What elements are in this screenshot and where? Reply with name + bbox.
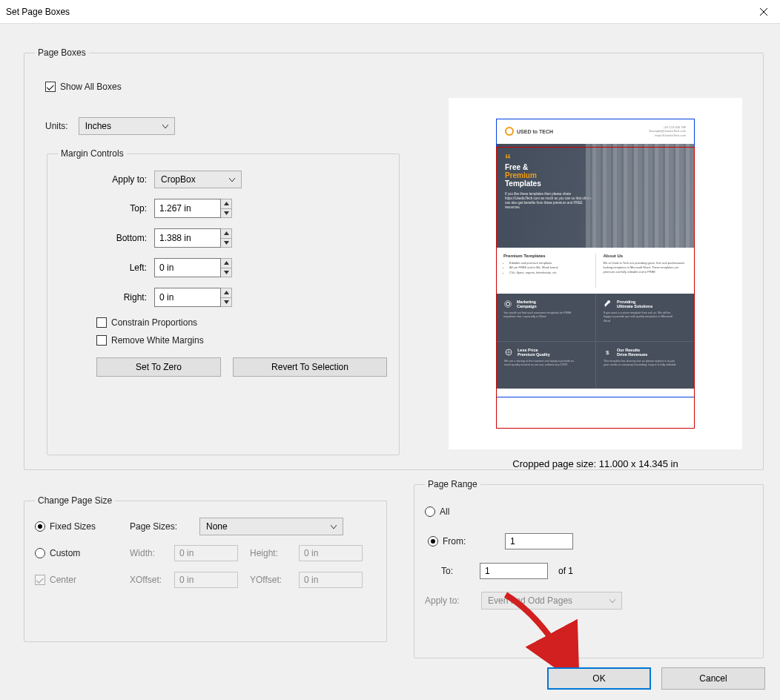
spin-up-icon[interactable] — [221, 259, 231, 268]
revert-to-selection-button[interactable]: Revert To Selection — [233, 357, 387, 377]
height-input — [299, 545, 363, 561]
yoffset-input — [299, 572, 363, 588]
custom-radio[interactable]: Custom — [35, 548, 130, 558]
chevron-down-icon — [607, 595, 618, 606]
window-title: Set Page Boxes — [6, 7, 70, 17]
xoffset-input — [174, 572, 238, 588]
left-label: Left: — [58, 262, 147, 273]
spin-buttons[interactable] — [221, 228, 232, 248]
height-label: Height: — [250, 548, 299, 558]
right-input[interactable] — [154, 288, 221, 307]
radio-icon — [428, 536, 438, 547]
applyto-combo[interactable]: CropBox — [154, 171, 242, 188]
applyto-label: Apply to: — [58, 174, 147, 185]
show-all-boxes-checkbox[interactable]: Show All Boxes — [45, 82, 122, 92]
constrain-proportions-checkbox[interactable]: Constrain Proportions — [96, 317, 390, 328]
right-spin[interactable] — [154, 288, 232, 307]
chevron-down-icon — [159, 121, 171, 131]
flyer-brand: USED to TECH — [517, 129, 553, 134]
pagerange-from-label: From: — [443, 536, 466, 547]
svg-text:$: $ — [606, 349, 609, 356]
remove-white-margins-checkbox[interactable]: Remove White Margins — [96, 335, 390, 346]
show-all-boxes-label: Show All Boxes — [60, 82, 122, 92]
pagerange-of-text: of 1 — [558, 566, 573, 576]
pagerange-applyto-label: Apply to: — [425, 595, 481, 606]
pagerange-from-radio[interactable]: From: — [425, 536, 492, 547]
units-combo[interactable]: Inches — [79, 117, 175, 135]
checkbox-icon — [96, 335, 107, 346]
spin-up-icon[interactable] — [221, 288, 231, 297]
bottom-spin[interactable] — [154, 228, 232, 248]
cancel-button[interactable]: Cancel — [661, 667, 765, 690]
units-value: Inches — [85, 121, 111, 131]
spin-buttons[interactable] — [221, 288, 232, 307]
close-button[interactable] — [753, 3, 774, 21]
spin-down-icon[interactable] — [221, 208, 231, 218]
wrench-icon — [604, 300, 612, 308]
titlebar: Set Page Boxes — [0, 0, 780, 24]
legend-page-range: Page Range — [425, 479, 480, 489]
group-page-boxes: Page Boxes Show All Boxes Units: Inches … — [24, 47, 764, 470]
pagerange-to-input[interactable] — [480, 563, 548, 579]
remove-white-label: Remove White Margins — [111, 335, 204, 346]
page-sizes-combo[interactable]: None — [199, 518, 343, 535]
legend-margin-controls: Margin Controls — [58, 148, 127, 159]
checkbox-icon — [45, 82, 56, 92]
group-page-range: Page Range All From: To: of 1 Apply to: … — [414, 479, 764, 658]
chevron-down-icon — [328, 521, 340, 532]
dollar-icon: $ — [604, 348, 612, 357]
center-label: Center — [50, 575, 76, 585]
width-input — [174, 545, 238, 561]
radio-icon — [425, 506, 435, 517]
spin-down-icon[interactable] — [221, 238, 231, 248]
page-preview: USED to TECH +61 123 456 789 Example@Use… — [449, 98, 742, 449]
left-spin[interactable] — [154, 258, 232, 277]
dialog-client: Page Boxes Show All Boxes Units: Inches … — [0, 24, 780, 700]
top-spin[interactable] — [154, 199, 232, 218]
page-sizes-label: Page Sizes: — [130, 521, 199, 532]
units-label: Units: — [45, 121, 68, 131]
logo-icon — [505, 127, 514, 136]
legend-change-page-size: Change Page Size — [35, 495, 115, 506]
set-to-zero-button[interactable]: Set To Zero — [96, 357, 221, 377]
custom-label: Custom — [50, 548, 80, 558]
spin-up-icon[interactable] — [221, 199, 231, 208]
pagerange-to-label: To: — [441, 566, 480, 576]
checkbox-icon — [35, 575, 45, 585]
spin-up-icon[interactable] — [221, 229, 231, 238]
legend-page-boxes: Page Boxes — [35, 47, 89, 58]
center-checkbox: Center — [35, 575, 130, 585]
applyto-value: CropBox — [161, 174, 196, 185]
left-input[interactable] — [154, 258, 221, 277]
page-sizes-value: None — [206, 521, 228, 532]
spin-buttons[interactable] — [221, 258, 232, 277]
ok-button[interactable]: OK — [547, 667, 651, 690]
checkbox-icon — [96, 317, 107, 328]
spin-down-icon[interactable] — [221, 268, 231, 277]
radio-icon — [35, 548, 45, 558]
svg-point-2 — [506, 303, 510, 306]
radio-icon — [35, 521, 45, 532]
pagerange-applyto-combo: Even and Odd Pages — [481, 592, 622, 610]
pagerange-all-label: All — [440, 506, 449, 517]
spin-down-icon[interactable] — [221, 297, 231, 307]
group-change-page-size: Change Page Size Fixed Sizes Page Sizes:… — [24, 495, 387, 642]
yoffset-label: YOffset: — [250, 575, 299, 585]
constrain-label: Constrain Proportions — [111, 317, 197, 328]
top-label: Top: — [58, 203, 147, 214]
pagerange-all-radio[interactable]: All — [425, 506, 449, 517]
flyer-contact: +61 123 456 789 Example@UsedtoTech.com h… — [650, 125, 686, 137]
svg-point-3 — [505, 301, 512, 308]
fixed-sizes-radio[interactable]: Fixed Sizes — [35, 521, 130, 532]
cropped-page-size-text: Cropped page size: 11.000 x 14.345 in — [449, 458, 742, 469]
top-input[interactable] — [154, 199, 221, 218]
fixed-sizes-label: Fixed Sizes — [50, 521, 96, 532]
width-label: Width: — [130, 548, 174, 558]
globe-icon — [504, 348, 513, 357]
spin-buttons[interactable] — [221, 199, 232, 218]
right-label: Right: — [58, 292, 147, 303]
chevron-down-icon — [226, 174, 238, 185]
bottom-input[interactable] — [154, 228, 221, 248]
pagerange-from-input[interactable] — [505, 533, 573, 549]
pagerange-applyto-value: Even and Odd Pages — [488, 595, 572, 606]
